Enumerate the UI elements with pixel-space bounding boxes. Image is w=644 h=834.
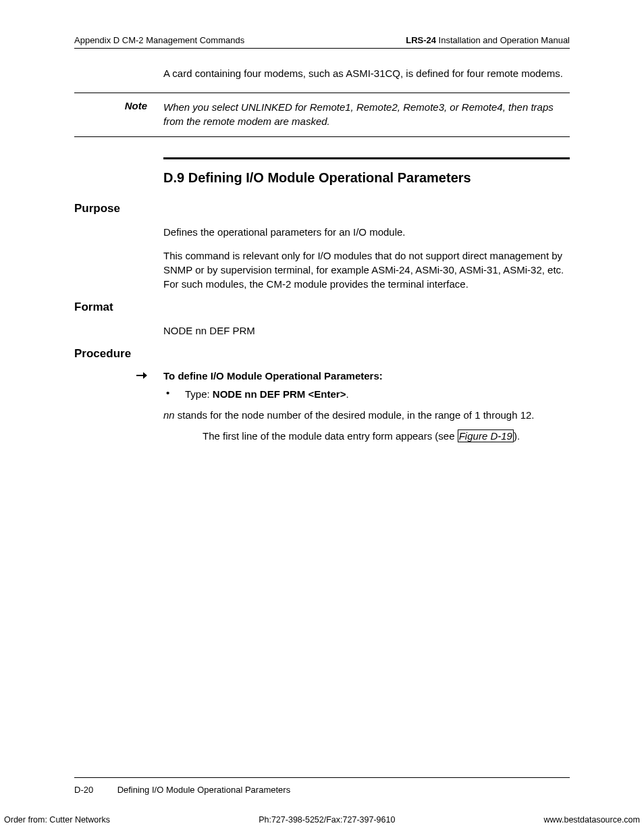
procedure-bullet: • Type: NODE nn DEF PRM <Enter>. — [163, 387, 570, 401]
note-box: Note When you select UNLINKED for Remote… — [74, 93, 570, 137]
figure-ref-link[interactable]: Figure D-19 — [458, 429, 514, 442]
order-footer: Order from: Cutter Networks Ph:727-398-5… — [0, 815, 644, 825]
footer-section-title: Defining I/O Module Operational Paramete… — [117, 785, 291, 795]
result-post: ). — [514, 430, 520, 442]
procedure-arrow-icon — [74, 370, 163, 382]
procedure-lead-text: To define I/O Module Operational Paramet… — [163, 370, 570, 382]
procedure-lead-row: To define I/O Module Operational Paramet… — [74, 370, 570, 382]
section-title: D.9 Defining I/O Module Operational Para… — [163, 170, 570, 186]
page-footer: D-20 Defining I/O Module Operational Par… — [74, 777, 570, 795]
procedure-heading: Procedure — [74, 347, 570, 361]
nn-rest: stands for the node number of the desire… — [175, 409, 535, 421]
order-url: www.bestdatasource.com — [544, 815, 640, 825]
header-doc-title: Installation and Operation Manual — [436, 35, 570, 45]
procedure-nn-explain: nn stands for the node number of the des… — [163, 408, 570, 422]
purpose-heading: Purpose — [74, 202, 570, 215]
bullet-suffix: . — [346, 388, 348, 400]
purpose-p2: This command is relevant only for I/O mo… — [163, 249, 570, 291]
bullet-prefix: Type: — [185, 388, 213, 400]
intro-paragraph: A card containing four modems, such as A… — [163, 66, 570, 80]
order-source: Order from: Cutter Networks — [4, 815, 110, 825]
purpose-p1: Defines the operational parameters for a… — [163, 225, 570, 239]
bullet-icon: • — [163, 387, 185, 401]
nn-italic: nn — [163, 409, 175, 421]
header-right: LRS-24 Installation and Operation Manual — [406, 35, 570, 45]
running-header: Appendix D CM-2 Management Commands LRS-… — [74, 35, 570, 49]
header-left: Appendix D CM-2 Management Commands — [74, 35, 244, 45]
procedure-result: The first line of the module data entry … — [203, 429, 570, 443]
order-phone: Ph:727-398-5252/Fax:727-397-9610 — [259, 815, 395, 825]
page-number: D-20 — [74, 785, 115, 795]
note-label: Note — [74, 100, 163, 128]
bullet-command: NODE nn DEF PRM <Enter> — [213, 388, 346, 400]
header-product: LRS-24 — [406, 35, 436, 45]
procedure-bullet-text: Type: NODE nn DEF PRM <Enter>. — [185, 387, 570, 401]
format-heading: Format — [74, 301, 570, 314]
format-text: NODE nn DEF PRM — [163, 323, 570, 338]
result-pre: The first line of the module data entry … — [203, 430, 458, 442]
section-number: D.9 — [163, 170, 184, 185]
note-text: When you select UNLINKED for Remote1, Re… — [163, 100, 570, 128]
section-heading-text: Defining I/O Module Operational Paramete… — [188, 170, 471, 185]
section-rule — [163, 157, 570, 159]
